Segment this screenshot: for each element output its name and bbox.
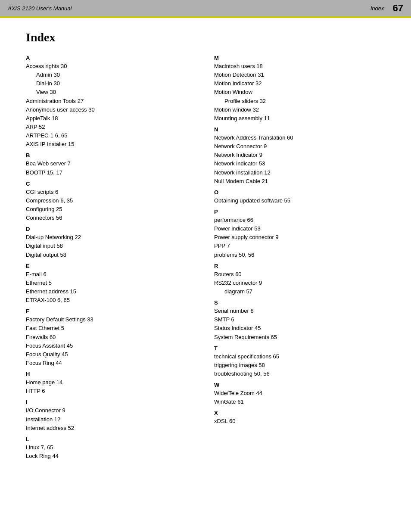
index-entry: Firewalls 60 xyxy=(26,333,197,342)
section-block: BBoa Web server 7BOOTP 15, 17 xyxy=(26,152,197,177)
letter-heading: S xyxy=(214,299,385,306)
index-entry: Motion window 32 xyxy=(214,106,385,114)
index-entry: Administration Tools 27 xyxy=(26,97,197,106)
index-entry: Admin 30 xyxy=(26,71,197,79)
index-entry: Dial-up Networking 22 xyxy=(26,233,197,242)
letter-heading: L xyxy=(26,436,197,442)
letter-heading: B xyxy=(26,152,197,159)
index-entry: Motion Indicator 32 xyxy=(214,79,385,88)
index-entry: AXIS IP Installer 15 xyxy=(26,140,197,149)
header-page-number: 67 xyxy=(393,3,403,14)
index-entry: AppleTalk 18 xyxy=(26,114,197,123)
index-entry: ARP 52 xyxy=(26,123,197,131)
section-block: Pperformance 66Power indicator 53Power s… xyxy=(214,208,385,259)
letter-heading: H xyxy=(26,371,197,377)
letter-heading: D xyxy=(26,226,197,232)
index-entry: Access rights 30 xyxy=(26,62,197,71)
index-entry: Mounting assembly 11 xyxy=(214,114,385,123)
letter-heading: W xyxy=(214,382,385,388)
index-entry: PPP 7 xyxy=(214,242,385,250)
index-entry: View 30 xyxy=(26,88,197,96)
index-entry: Digital output 58 xyxy=(26,251,197,259)
index-entry: Network indicator 53 xyxy=(214,159,385,168)
index-entry: Network Indicator 9 xyxy=(214,151,385,159)
section-block: EE-mail 6Ethernet 5Ethernet address 15ET… xyxy=(26,263,197,305)
index-title: Index xyxy=(26,31,385,44)
header-bar: AXIS 2120 User's Manual Index 67 xyxy=(0,0,411,16)
index-entry: xDSL 60 xyxy=(214,417,385,426)
index-entry: Lock Ring 44 xyxy=(26,452,197,460)
section-block: WWide/Tele Zoom 44WinGate 61 xyxy=(214,382,385,406)
columns: AAccess rights 30Admin 30Dial-in 30View … xyxy=(26,51,385,462)
index-entry: WinGate 61 xyxy=(214,398,385,406)
index-entry: Network Address Translation 60 xyxy=(214,134,385,142)
index-entry: Focus Assistant 45 xyxy=(26,342,197,350)
index-entry: Configuring 25 xyxy=(26,205,197,214)
index-entry: Digital input 58 xyxy=(26,242,197,250)
right-column: MMacintosh users 18Motion Detection 31Mo… xyxy=(214,51,385,428)
index-entry: Linux 7, 65 xyxy=(26,443,197,452)
index-entry: Obtaining updated software 55 xyxy=(214,196,385,205)
index-entry: Focus Ring 44 xyxy=(26,359,197,367)
section-block: NNetwork Address Translation 60Network C… xyxy=(214,126,385,186)
index-entry: problems 50, 56 xyxy=(214,251,385,259)
section-block: Ttechnical specifications 65triggering i… xyxy=(214,345,385,378)
index-entry: Installation 12 xyxy=(26,415,197,424)
index-entry: HTTP 6 xyxy=(26,387,197,395)
letter-heading: X xyxy=(214,410,385,416)
index-entry: Boa Web server 7 xyxy=(26,159,197,168)
header-title: AXIS 2120 User's Manual xyxy=(8,5,72,12)
section-block: MMacintosh users 18Motion Detection 31Mo… xyxy=(214,55,385,123)
index-entry: Internet address 52 xyxy=(26,424,197,432)
header-right: Index 67 xyxy=(371,3,403,14)
index-entry: RS232 connector 9 xyxy=(214,279,385,287)
section-block: AAccess rights 30Admin 30Dial-in 30View … xyxy=(26,55,197,149)
letter-heading: P xyxy=(214,208,385,215)
index-entry: Power supply connector 9 xyxy=(214,233,385,242)
index-entry: Dial-in 30 xyxy=(26,79,197,88)
index-entry: Ethernet 5 xyxy=(26,279,197,287)
section-block: OObtaining updated software 55 xyxy=(214,189,385,205)
index-entry: technical specifications 65 xyxy=(214,352,385,361)
section-block: II/O Connector 9Installation 12Internet … xyxy=(26,399,197,432)
section-block: RRouters 60RS232 connector 9diagram 57 xyxy=(214,263,385,296)
letter-heading: M xyxy=(214,55,385,61)
index-entry: Routers 60 xyxy=(214,270,385,279)
letter-heading: T xyxy=(214,345,385,352)
section-block: DDial-up Networking 22Digital input 58Di… xyxy=(26,226,197,259)
index-entry: Network installation 12 xyxy=(214,168,385,177)
index-entry: Null Modem Cable 21 xyxy=(214,177,385,186)
section-block: XxDSL 60 xyxy=(214,410,385,426)
index-entry: performance 66 xyxy=(214,216,385,224)
index-entry: Serial number 8 xyxy=(214,307,385,315)
index-entry: diagram 57 xyxy=(214,287,385,296)
index-entry: Focus Quality 45 xyxy=(26,350,197,359)
header-section-label: Index xyxy=(371,5,384,12)
index-entry: ARTPEC-1 6, 65 xyxy=(26,131,197,140)
index-entry: Factory Default Settings 33 xyxy=(26,315,197,324)
letter-heading: R xyxy=(214,263,385,269)
index-entry: Ethernet address 15 xyxy=(26,287,197,296)
section-block: HHome page 14HTTP 6 xyxy=(26,371,197,395)
section-block: LLinux 7, 65Lock Ring 44 xyxy=(26,436,197,460)
index-entry: Motion Detection 31 xyxy=(214,71,385,79)
section-block: FFactory Default Settings 33Fast Etherne… xyxy=(26,308,197,367)
index-entry: Network Connector 9 xyxy=(214,142,385,151)
letter-heading: O xyxy=(214,189,385,196)
letter-heading: F xyxy=(26,308,197,314)
index-entry: Status Indicator 45 xyxy=(214,324,385,333)
index-entry: Power indicator 53 xyxy=(214,224,385,233)
index-entry: Home page 14 xyxy=(26,378,197,387)
index-entry: Wide/Tele Zoom 44 xyxy=(214,389,385,398)
index-entry: Motion Window xyxy=(214,88,385,96)
letter-heading: I xyxy=(26,399,197,405)
index-entry: Fast Ethernet 5 xyxy=(26,324,197,333)
index-entry: Macintosh users 18 xyxy=(214,62,385,71)
index-entry: E-mail 6 xyxy=(26,270,197,279)
index-entry: Connectors 56 xyxy=(26,214,197,222)
index-entry: Compression 6, 35 xyxy=(26,196,197,205)
index-entry: BOOTP 15, 17 xyxy=(26,168,197,177)
index-entry: SMTP 6 xyxy=(214,315,385,324)
letter-heading: A xyxy=(26,55,197,61)
index-entry: CGI scripts 6 xyxy=(26,188,197,196)
